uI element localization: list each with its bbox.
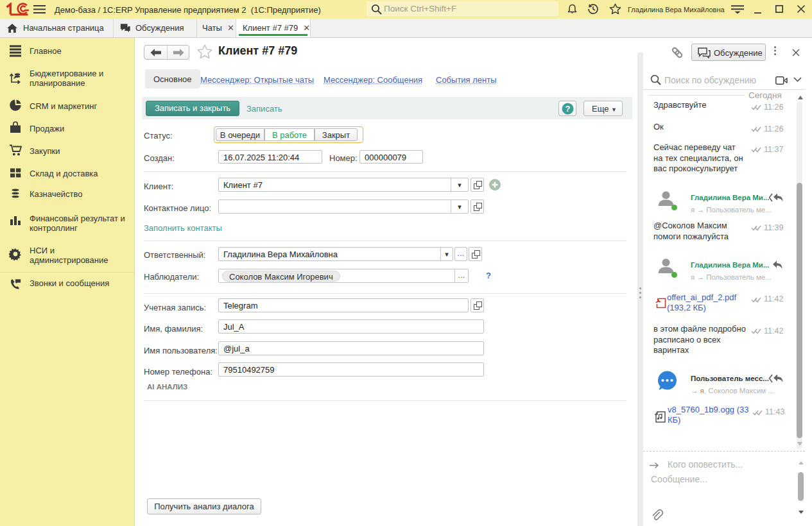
svg-text:?: ? [566, 104, 571, 114]
